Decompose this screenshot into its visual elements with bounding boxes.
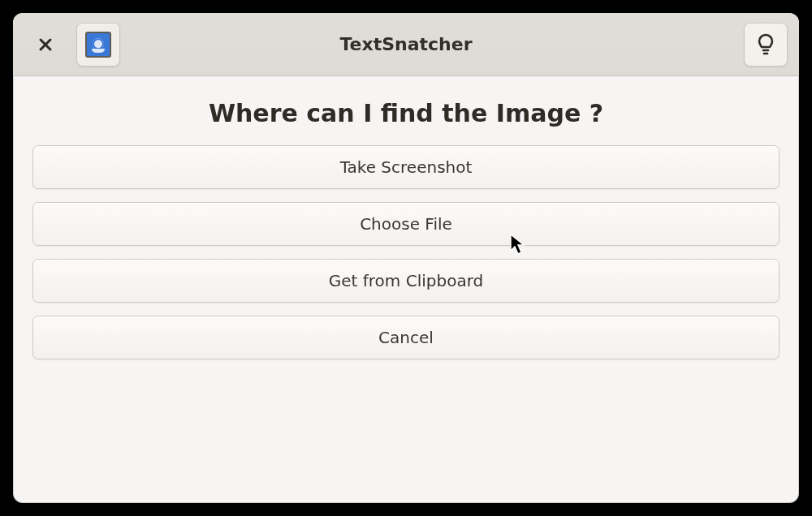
header-bar: TextSnatcher: [13, 13, 799, 76]
choose-file-button[interactable]: Choose File: [32, 202, 780, 246]
close-icon: [38, 37, 53, 52]
dialog-heading: Where can I find the Image ?: [32, 99, 780, 127]
close-button[interactable]: [32, 32, 58, 58]
app-title: TextSnatcher: [339, 34, 472, 54]
language-button[interactable]: [76, 23, 120, 67]
app-window: TextSnatcher Where can I find the Image …: [13, 13, 799, 503]
take-screenshot-button[interactable]: Take Screenshot: [32, 145, 780, 189]
lightbulb-icon: [756, 33, 775, 56]
main-content: Where can I find the Image ? Take Screen…: [13, 76, 799, 359]
flag-icon: [85, 32, 111, 58]
cancel-button[interactable]: Cancel: [32, 316, 780, 359]
hint-button[interactable]: [744, 23, 788, 67]
get-from-clipboard-button[interactable]: Get from Clipboard: [32, 259, 780, 303]
